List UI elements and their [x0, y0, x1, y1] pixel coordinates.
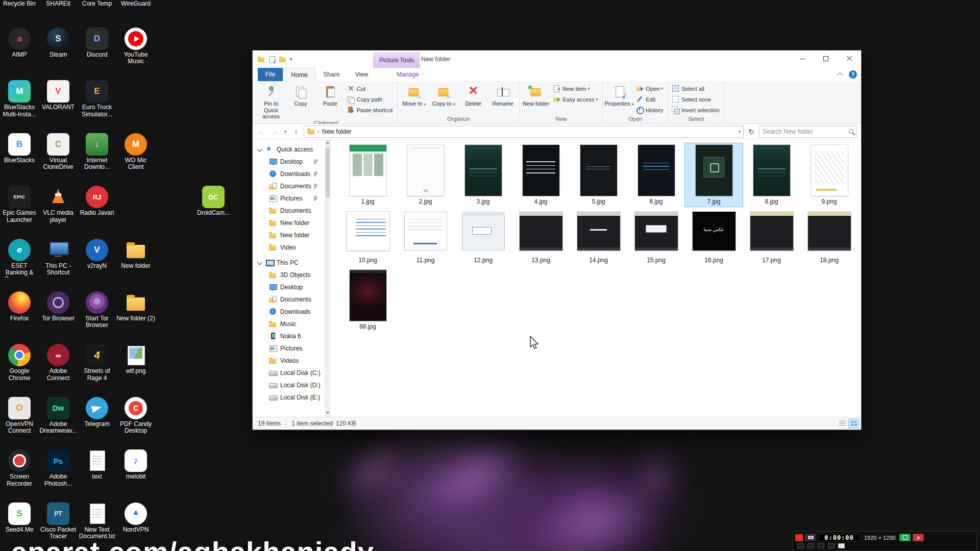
desktop-icon-start-tor-browser[interactable]: Start Tor Browser [78, 291, 116, 329]
nav-item-documents[interactable]: Documents [253, 180, 325, 192]
refresh-button[interactable]: ↻ [746, 128, 757, 136]
back-button[interactable]: ← [256, 128, 267, 136]
desktop-icon-melobit[interactable]: melobit [116, 449, 155, 480]
desktop-icon-new-folder[interactable]: New folder [116, 239, 155, 269]
nav-item-desktop[interactable]: Desktop [253, 156, 325, 168]
desktop-icon-epic-games-launcher[interactable]: Epic Games Launcher [0, 186, 39, 223]
cut-button[interactable]: Cut [347, 84, 393, 93]
desktop-icon-pdf-candy-desktop[interactable]: PDF Candy Desktop [116, 397, 155, 435]
recorder-tool-icon[interactable] [807, 543, 814, 548]
recorder-tool-icon[interactable] [838, 543, 845, 548]
desktop-icon-new-folder-2[interactable]: New folder (2) [116, 291, 155, 322]
desktop-icon-streets-of-rage-4[interactable]: Streets of Rage 4 [78, 344, 116, 382]
history-button[interactable]: History [636, 106, 663, 114]
pin-to-quick-access-button[interactable]: Pin to Quick access [256, 82, 286, 120]
desktop-icon-openvpn-connect[interactable]: OpenVPN Connect [0, 397, 39, 435]
desktop-icon-v2rayn[interactable]: v2rayN [78, 239, 116, 269]
nav-item-desktop[interactable]: Desktop [253, 281, 325, 293]
qat-properties-button[interactable] [268, 56, 276, 63]
properties-button[interactable]: Properties▾ [604, 82, 634, 114]
desktop-icon-wireguard[interactable]: WireGuard [116, 0, 155, 7]
move-to-button[interactable]: Move to▾ [399, 82, 429, 114]
desktop-icon-valorant[interactable]: VALORANT [39, 80, 78, 111]
scrollbar-thumb[interactable] [326, 147, 330, 197]
paste-shortcut-button[interactable]: Paste shortcut [347, 106, 393, 114]
desktop-icon-this-pc-shortcut[interactable]: This PC - Shortcut [39, 239, 78, 277]
desktop-icon-internet-downlo[interactable]: Internet Downlo... [78, 133, 116, 171]
tab-home[interactable]: Home [283, 68, 315, 81]
nav-item-pictures[interactable]: Pictures [253, 342, 325, 355]
rename-button[interactable]: Rename [488, 82, 518, 114]
nav-section-this-pc[interactable]: This PC [253, 257, 325, 269]
nav-item-pictures[interactable]: Pictures [253, 192, 325, 205]
nav-item-local-disk-c[interactable]: Local Disk (C:) [253, 367, 325, 379]
desktop-icon-google-chrome[interactable]: Google Chrome [0, 344, 39, 382]
desktop-icon-youtube-music[interactable]: YouTube Music [116, 28, 155, 65]
breadcrumb-path[interactable]: New folder [322, 128, 351, 135]
tab-share[interactable]: Share [315, 68, 347, 81]
file-10-png[interactable]: 10.png [339, 210, 397, 265]
nav-item-downloads[interactable]: Downloads [253, 168, 325, 180]
desktop-icon-steam[interactable]: Steam [39, 28, 78, 58]
open-button[interactable]: Open▾ [636, 84, 663, 93]
desktop-icon-core-temp[interactable]: Core Temp [78, 0, 116, 7]
stop-capture-button[interactable]: × [913, 534, 924, 541]
nav-item-local-disk-e[interactable]: Local Disk (E:) [253, 391, 325, 404]
desktop-icon-bluestacks[interactable]: BlueStacks [0, 133, 39, 164]
desktop-icon-seed4-me[interactable]: Seed4.Me [0, 503, 39, 533]
file-15-png[interactable]: 15.png [627, 210, 685, 265]
paste-button[interactable]: Paste [315, 82, 345, 114]
select-all-button[interactable]: Select all [672, 84, 719, 93]
tab-manage[interactable]: Manage [389, 68, 426, 81]
nav-item-videos[interactable]: Videos [253, 355, 325, 367]
file-13-png[interactable]: 13.png [512, 210, 570, 265]
file-7-jpg[interactable]: 7.jpg [685, 143, 743, 207]
qat-new-folder-button[interactable] [279, 56, 286, 63]
desktop-icon-euro-truck-simulator[interactable]: Euro Truck Simulator... [78, 80, 116, 118]
desktop-icon-aimp[interactable]: AIMP [0, 28, 39, 58]
address-bar[interactable]: › New folder ▾ [304, 126, 744, 138]
desktop-icon-cisco-packet-tracer[interactable]: Cisco Packet Tracer [39, 503, 78, 540]
desktop-icon-shareit[interactable]: SHAREit [39, 0, 78, 7]
desktop-icon-telegram[interactable]: Telegram [78, 397, 116, 428]
qat-customize-button[interactable]: ▾ [290, 57, 292, 62]
file-2-jpg[interactable]: 2.jpg [397, 143, 454, 207]
large-icons-view-button[interactable] [848, 419, 859, 429]
desktop-icon-wo-mic-client[interactable]: WO Mic Client [116, 133, 155, 171]
nav-item-video[interactable]: Video [253, 241, 325, 254]
file-18-png[interactable]: 18.png [800, 210, 858, 265]
copy-path-button[interactable]: Copy path [347, 95, 393, 104]
desktop-icon-radio-javan[interactable]: Radio Javan [78, 186, 116, 216]
nav-item-music[interactable]: Music [253, 318, 325, 330]
file-11-png[interactable]: 11.png [397, 210, 454, 265]
desktop-icon-firefox[interactable]: Firefox [0, 291, 39, 322]
file-14-png[interactable]: 14.png [570, 210, 627, 265]
up-button[interactable]: ↑ [290, 128, 302, 136]
desktop-icon-screen-recorder[interactable]: Screen Recorder [0, 449, 39, 487]
easy-access-button[interactable]: Easy access▾ [553, 95, 598, 104]
forward-button[interactable]: → [269, 128, 280, 136]
desktop-icon-text[interactable]: text [78, 449, 116, 480]
invert-selection-button[interactable]: Invert selection [672, 106, 719, 114]
desktop-icon-virtual-clonedrive[interactable]: Virtual CloneDrive [39, 133, 78, 171]
desktop-icon-droidcam[interactable]: DroidCam... [194, 186, 233, 216]
recorder-tool-icon[interactable] [797, 543, 804, 548]
new-folder-button[interactable]: New folder [521, 82, 551, 114]
desktop-icon-recycle-bin[interactable]: Recycle Bin [0, 0, 39, 7]
nav-item-3d-objects[interactable]: 3D Objects [253, 269, 325, 281]
nav-item-documents[interactable]: Documents [253, 293, 325, 306]
start-capture-button[interactable] [899, 534, 911, 541]
desktop-icon-tor-browser[interactable]: Tor Browser [39, 291, 78, 322]
nav-item-documents[interactable]: Documents [253, 205, 325, 217]
desktop-icon-adobe-dreamweav[interactable]: Adobe Dreamweav... [39, 397, 78, 435]
desktop-icon-adobe-connect[interactable]: Adobe Connect [39, 344, 78, 382]
collapse-ribbon-button[interactable] [837, 72, 843, 78]
file-4-jpg[interactable]: 4.jpg [512, 143, 570, 207]
nav-item-downloads[interactable]: Downloads [253, 306, 325, 318]
minimize-button[interactable] [791, 51, 814, 67]
desktop-icon-nordvpn[interactable]: NordVPN [116, 503, 155, 533]
file-3-jpg[interactable]: 3.jpg [454, 143, 512, 207]
file-12-png[interactable]: 12.png [454, 210, 512, 265]
help-icon[interactable]: ? [849, 70, 857, 79]
edit-button[interactable]: Edit [636, 95, 663, 104]
